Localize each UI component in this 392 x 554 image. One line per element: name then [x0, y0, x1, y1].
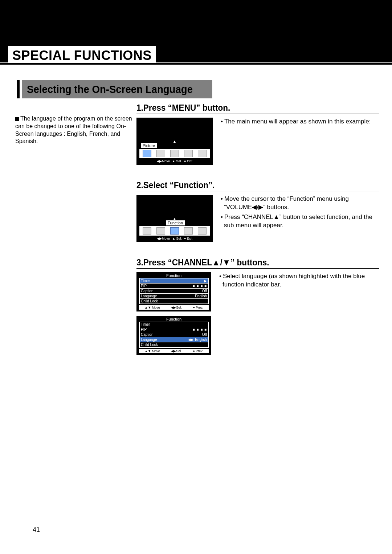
- osd-footer-exit: ● Exit: [184, 237, 192, 240]
- menu-row-pip: PIP■ ■ ■ ■: [140, 327, 208, 332]
- osd-footer-move: ▲▼ Move: [144, 349, 160, 353]
- menu-row-caption: CaptionOff: [140, 332, 208, 337]
- menu-row-language: Language◀▶ English: [140, 337, 208, 342]
- page-number: 41: [33, 526, 40, 534]
- osd-footer-exit: ● Exit: [184, 159, 192, 163]
- arrow-up-icon: [137, 217, 212, 220]
- osd-footer-sel: ◀▶Sel.: [171, 349, 182, 353]
- step-3-osd-screenshot-2: Function Timer PIP■ ■ ■ ■ CaptionOff Lan…: [136, 316, 211, 355]
- section-title: SPECIAL FUNCTIONS: [8, 46, 156, 63]
- step-3-title: 3.Press “CHANNEL▲/▼” buttons.: [136, 257, 379, 269]
- square-bullet-icon: [15, 117, 19, 121]
- osd-label: Picture: [141, 143, 157, 148]
- menu-row-language: LanguageEnglish: [140, 294, 208, 298]
- osd-footer-sel: ▲ Sel.: [172, 159, 182, 163]
- arrow-up-icon: [137, 140, 212, 143]
- osd-icon: [170, 150, 179, 157]
- osd-icon: [184, 227, 193, 235]
- menu-row-timer: Timer: [140, 322, 208, 327]
- osd-icon: [143, 227, 151, 235]
- subhead-bar: [17, 80, 20, 98]
- osd-footer-move: ◀▶Move: [157, 159, 170, 163]
- osd-icon: [184, 150, 193, 157]
- osd-icon-function: [170, 227, 179, 235]
- menu-row-childlock: Child Lock: [140, 299, 208, 304]
- menu-row-timer: Timer▶: [140, 278, 208, 283]
- osd-footer-sel: ▲ Sel.: [172, 237, 182, 240]
- menu-row-pip: PIP■ ■ ■ ■: [140, 284, 208, 288]
- step-3-description: Select language (as shown highlighted wi…: [219, 272, 379, 290]
- step-2-description: Move the cursor to the “Function” menu u…: [221, 195, 379, 231]
- osd-footer-sel: ◀▶Sel.: [171, 306, 182, 309]
- menu-row-childlock: Child Lock: [140, 342, 208, 347]
- osd-title: Function: [137, 317, 211, 322]
- osd-footer-prev: ● Prev.: [193, 349, 203, 353]
- header-rule: [0, 63, 392, 67]
- intro-note: The language of the program on the scree…: [0, 103, 136, 370]
- menu-row-caption: CaptionOff: [140, 289, 208, 293]
- osd-footer-move: ◀▶Move: [157, 237, 170, 240]
- step-2-osd-screenshot: Function ◀▶Move ▲: [136, 195, 213, 242]
- step-1-title: 1.Press “MENU” button.: [136, 103, 379, 114]
- osd-icon: [156, 227, 165, 235]
- osd-footer-prev: ● Prev.: [193, 306, 203, 309]
- subhead: Selecting the On-Screen Language: [22, 80, 212, 98]
- step-1-description: The main menu will appear as shown in th…: [221, 118, 371, 127]
- osd-icon: [156, 150, 165, 157]
- osd-icon: [198, 150, 207, 157]
- osd-icon: [198, 227, 207, 235]
- osd-icon-picture: [143, 150, 151, 157]
- osd-label: Function: [166, 220, 185, 225]
- step-2-title: 2.Select “Function”.: [136, 180, 379, 191]
- step-3-osd-screenshot-1: Function Timer▶ PIP■ ■ ■ ■ CaptionOff La…: [136, 272, 211, 311]
- osd-footer-move: ▲▼ Move: [144, 306, 160, 309]
- step-1-osd-screenshot: Picture ◀▶Move ▲ S: [136, 118, 213, 165]
- osd-title: Function: [137, 273, 211, 278]
